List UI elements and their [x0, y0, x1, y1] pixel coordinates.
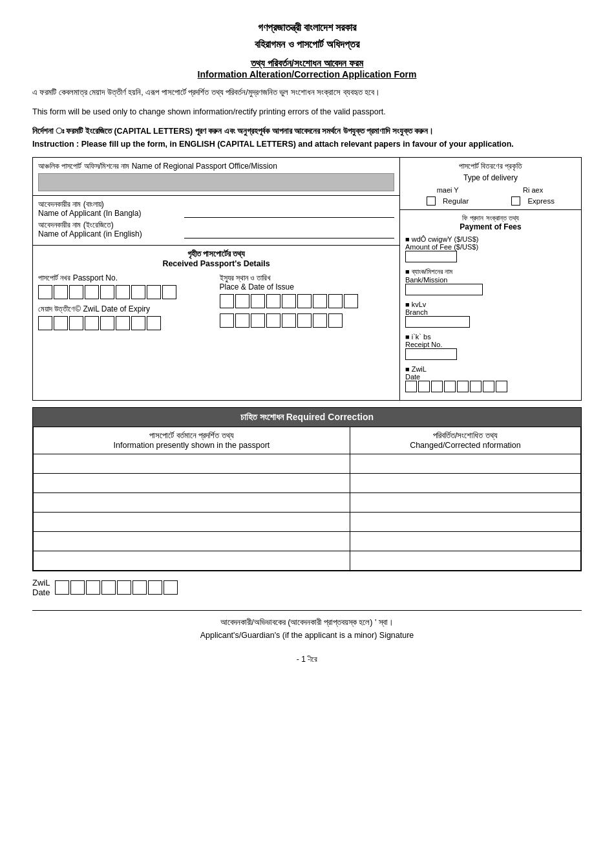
- passport-box-3[interactable]: [69, 285, 83, 299]
- delivery-regular-checkbox[interactable]: [427, 196, 436, 206]
- issue-date-box-6[interactable]: [297, 313, 312, 328]
- expiry-box-7[interactable]: [131, 316, 145, 330]
- issue-date-box-1[interactable]: [220, 313, 234, 328]
- issue-label: ইস্যুর স্থান ও তারিখ Place & Date of Iss…: [220, 273, 395, 291]
- date-box-6[interactable]: [132, 580, 147, 595]
- date-box-4[interactable]: [101, 580, 116, 595]
- issue-box-8[interactable]: [328, 294, 343, 308]
- payment-bank-english: Bank/Mission: [405, 276, 576, 284]
- expiry-box-2[interactable]: [54, 316, 68, 330]
- name-bangla-row: আবেদনকারীর নাম (বাংলায়) Name of Applica…: [38, 200, 394, 218]
- correction-right-5[interactable]: [350, 532, 580, 551]
- date-box-7[interactable]: [148, 580, 162, 595]
- payment-bank-input[interactable]: [405, 284, 483, 295]
- passport-box-8[interactable]: [147, 285, 161, 299]
- issue-box-5[interactable]: [282, 294, 296, 308]
- correction-left-2[interactable]: [34, 474, 350, 493]
- issue-box-2[interactable]: [235, 294, 249, 308]
- delivery-express-label: Express: [527, 197, 555, 205]
- date-box-8[interactable]: [164, 580, 178, 595]
- right-panel: পাসপোর্ট বিতরণের প্রকৃতি Type of deliver…: [400, 158, 581, 400]
- delivery-regular-bengali: maei Y: [437, 186, 459, 194]
- date-box-2[interactable]: [70, 580, 85, 595]
- payment-date-box-8[interactable]: [496, 381, 507, 392]
- table-row: [34, 474, 581, 493]
- passport-box-7[interactable]: [131, 285, 145, 299]
- payment-title-bengali: ফি প্রদান সংক্রান্ত তথ্য: [405, 214, 576, 222]
- passport-no-col: পাসপোর্ট নখর Passport No. মেয়াদ উত্তী: [38, 273, 213, 335]
- issue-box-7[interactable]: [313, 294, 327, 308]
- passport-box-4[interactable]: [85, 285, 99, 299]
- page-number: - 1 -ীরে: [32, 655, 582, 664]
- payment-branch-english: Branch: [405, 308, 576, 316]
- name-bangla-input[interactable]: [184, 200, 394, 218]
- passport-box-9[interactable]: [162, 285, 176, 299]
- payment-date-box-2[interactable]: [418, 381, 430, 392]
- payment-date-box-4[interactable]: [444, 381, 456, 392]
- correction-right-3[interactable]: [350, 493, 580, 513]
- payment-amount-input[interactable]: [405, 251, 457, 262]
- passport-box-2[interactable]: [54, 285, 68, 299]
- issue-box-4[interactable]: [266, 294, 281, 308]
- correction-left-1[interactable]: [34, 454, 350, 474]
- correction-right-6[interactable]: [350, 551, 580, 571]
- issue-date-box-8[interactable]: [328, 313, 343, 328]
- table-row: [34, 551, 581, 571]
- correction-left-3[interactable]: [34, 493, 350, 513]
- issue-date-box-7[interactable]: [313, 313, 327, 328]
- issue-date-boxes[interactable]: [220, 313, 395, 328]
- delivery-section: পাসপোর্ট বিতরণের প্রকৃতি Type of deliver…: [400, 158, 581, 210]
- passport-details: গৃহীত পাসপোর্টের তথ্য Received Passport'…: [33, 246, 399, 339]
- expiry-box-6[interactable]: [116, 316, 130, 330]
- payment-receipt-input[interactable]: [405, 348, 457, 360]
- passport-details-grid: পাসপোর্ট নখর Passport No. মেয়াদ উত্তী: [38, 273, 394, 335]
- passport-box-1[interactable]: [38, 285, 52, 299]
- payment-branch-content: ■ kvLv Branch: [405, 301, 576, 329]
- passport-box-5[interactable]: [100, 285, 114, 299]
- payment-date-box-5[interactable]: [457, 381, 469, 392]
- correction-right-1[interactable]: [350, 454, 580, 474]
- table-row: [34, 532, 581, 551]
- issue-place-boxes[interactable]: [220, 294, 395, 308]
- issue-date-box-3[interactable]: [251, 313, 265, 328]
- issue-box-6[interactable]: [297, 294, 312, 308]
- expiry-box-3[interactable]: [69, 316, 83, 330]
- payment-date-box-3[interactable]: [431, 381, 443, 392]
- issue-date-box-2[interactable]: [235, 313, 249, 328]
- correction-left-4[interactable]: [34, 513, 350, 532]
- expiry-boxes[interactable]: [38, 316, 213, 330]
- payment-date-box-1[interactable]: [405, 381, 417, 392]
- name-english-input[interactable]: [184, 220, 394, 238]
- expiry-box-1[interactable]: [38, 316, 52, 330]
- passport-no-boxes[interactable]: [38, 285, 213, 299]
- date-box-5[interactable]: [117, 580, 131, 595]
- expiry-box-8[interactable]: [147, 316, 161, 330]
- issue-box-1[interactable]: [220, 294, 234, 308]
- payment-branch-input[interactable]: [405, 316, 470, 328]
- issue-date-box-4[interactable]: [266, 313, 281, 328]
- date-box-1[interactable]: [55, 580, 69, 595]
- payment-branch-bengali: ■ kvLv: [405, 301, 576, 308]
- issue-box-9[interactable]: [344, 294, 358, 308]
- office-input[interactable]: [38, 173, 394, 191]
- table-row: [34, 454, 581, 474]
- correction-left-5[interactable]: [34, 532, 350, 551]
- header-line1: গণপ্রজাতন্ত্রী বাংলাদেশ সরকার: [32, 19, 582, 36]
- instruction: নির্দেশনা ঃ ফরমটি ইংরেজিতে (CAPITAL LETT…: [32, 125, 582, 151]
- expiry-box-5[interactable]: [100, 316, 114, 330]
- date-box-3[interactable]: [86, 580, 100, 595]
- left-panel: আঞ্চলিক পাসপোর্ট অফিস/মিশনের নাম Name of…: [33, 158, 400, 400]
- issue-date-box-5[interactable]: [282, 313, 296, 328]
- payment-date-box-7[interactable]: [483, 381, 494, 392]
- header-line2: বহিরাগমন ও পাসপোর্ট অধিদপ্তর: [32, 36, 582, 53]
- expiry-box-4[interactable]: [85, 316, 99, 330]
- correction-right-2[interactable]: [350, 474, 580, 493]
- payment-date-box-6[interactable]: [470, 381, 482, 392]
- delivery-title-bengali: পাসপোর্ট বিতরণের প্রকৃতি: [405, 162, 576, 171]
- correction-right-4[interactable]: [350, 513, 580, 532]
- correction-left-6[interactable]: [34, 551, 350, 571]
- issue-box-3[interactable]: [251, 294, 265, 308]
- expiry-label: মেয়াদ উত্তীণে© ZwiL Date of Expiry: [38, 304, 213, 313]
- delivery-express-checkbox[interactable]: [511, 196, 520, 206]
- passport-box-6[interactable]: [116, 285, 130, 299]
